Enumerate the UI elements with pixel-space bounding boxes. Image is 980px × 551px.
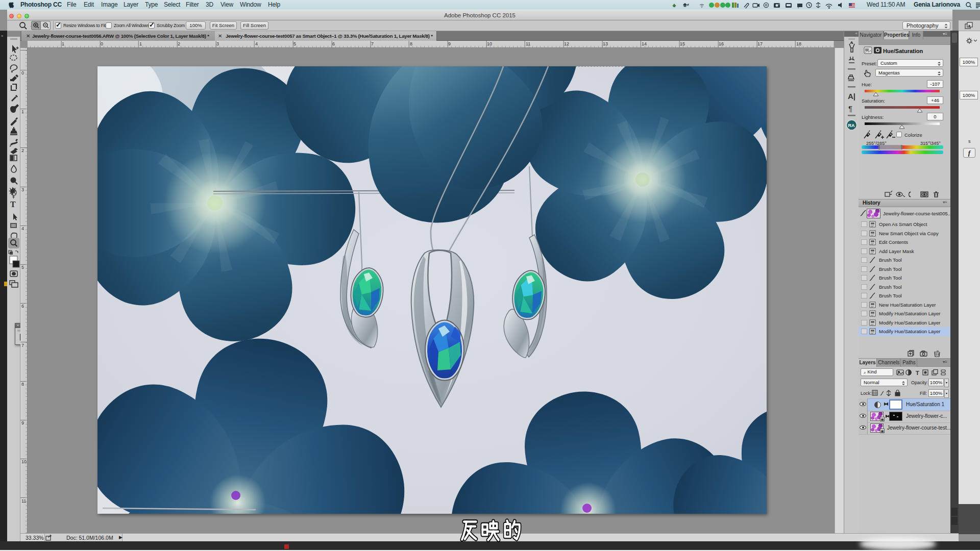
svg-text:A|: A| (848, 92, 855, 101)
svg-text:T: T (10, 200, 16, 209)
svg-text:T: T (916, 370, 919, 376)
svg-text:¶: ¶ (848, 104, 852, 113)
svg-text:RA: RA (848, 123, 855, 128)
